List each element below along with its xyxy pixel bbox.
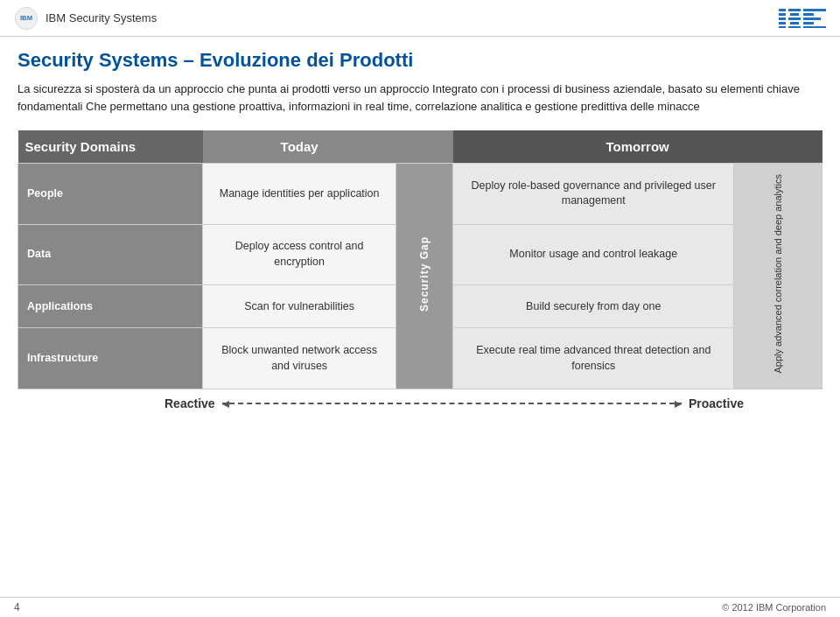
- dashed-line: [229, 403, 675, 404]
- arrow-container: [222, 403, 682, 404]
- domain-applications: Applications: [18, 285, 203, 328]
- tomorrow-data: Monitor usage and control leakage: [453, 224, 734, 285]
- svg-text:IBM: IBM: [20, 13, 32, 21]
- svg-rect-15: [803, 22, 814, 25]
- tomorrow-applications: Build securely from day one: [453, 285, 734, 328]
- svg-rect-8: [790, 13, 799, 16]
- header: IBM IBM Security Systems: [0, 0, 840, 37]
- svg-rect-2: [779, 9, 786, 11]
- page-title: Security Systems – Evoluzione dei Prodot…: [18, 49, 822, 72]
- svg-rect-4: [779, 18, 786, 20]
- table-row: People Manage identities per application…: [18, 164, 822, 225]
- tomorrow-right-cell: Apply advanced correlation and deep anal…: [734, 164, 822, 389]
- svg-rect-14: [803, 18, 821, 20]
- right-label: Apply advanced correlation and deep anal…: [772, 174, 784, 373]
- tomorrow-header: Tomorrow: [453, 130, 822, 164]
- ibm-logo-big-icon: [779, 9, 826, 28]
- svg-rect-5: [779, 22, 786, 25]
- gap-label: Security Gap: [417, 236, 432, 312]
- matrix-table: Security Domains Today Tomorrow People M…: [18, 130, 822, 389]
- svg-rect-12: [803, 9, 826, 11]
- svg-rect-6: [779, 26, 786, 28]
- domain-people: People: [18, 164, 203, 225]
- arrow-right-cap: [675, 403, 682, 404]
- svg-rect-16: [803, 26, 826, 28]
- domain-infrastructure: Infrastructure: [18, 328, 203, 389]
- header-title: IBM Security Systems: [46, 11, 157, 25]
- today-data: Deploy access control and encryption: [203, 224, 396, 285]
- tomorrow-infrastructure: Execute real time advanced threat detect…: [453, 328, 734, 389]
- domain-header: Security Domains: [18, 130, 203, 164]
- ibm-logo-small-icon: IBM: [14, 6, 38, 31]
- reactive-label: Reactive: [164, 396, 215, 410]
- today-header: Today: [203, 130, 396, 164]
- svg-rect-3: [779, 13, 786, 16]
- tomorrow-people: Deploy role-based governance and privile…: [453, 164, 734, 225]
- gap-header: [396, 130, 452, 164]
- reactive-proactive-row: Reactive Proactive: [18, 396, 822, 410]
- today-people: Manage identities per application: [203, 164, 396, 225]
- gap-cell: Security Gap: [396, 164, 452, 389]
- arrow-left-cap: [222, 403, 229, 404]
- footer: 4 © 2012 IBM Corporation: [0, 597, 840, 617]
- subtitle-text: La sicurezza si sposterà da un approccio…: [18, 81, 822, 115]
- today-applications: Scan for vulnerabilities: [203, 285, 396, 328]
- svg-rect-10: [790, 22, 799, 25]
- table-header-row: Security Domains Today Tomorrow: [18, 130, 822, 164]
- header-left: IBM IBM Security Systems: [14, 6, 157, 31]
- today-infrastructure: Block unwanted network access and viruse…: [203, 328, 396, 389]
- domain-data: Data: [18, 224, 203, 285]
- arrow-right-head-icon: [675, 401, 682, 408]
- arrow-left-head-icon: [222, 401, 229, 408]
- svg-rect-7: [788, 9, 801, 11]
- main-content: Security Systems – Evoluzione dei Prodot…: [0, 37, 840, 419]
- page-number: 4: [14, 601, 20, 613]
- proactive-label: Proactive: [689, 396, 744, 410]
- copyright-text: © 2012 IBM Corporation: [722, 602, 826, 613]
- svg-rect-13: [803, 13, 814, 16]
- svg-rect-9: [788, 18, 801, 20]
- svg-rect-11: [788, 26, 801, 28]
